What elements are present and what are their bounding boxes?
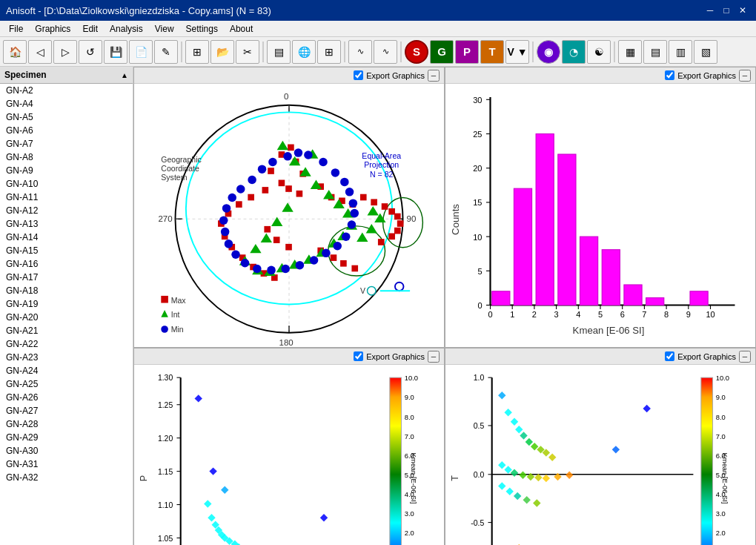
sidebar-item[interactable]: GN-A2 bbox=[0, 84, 133, 97]
svg-rect-22 bbox=[262, 187, 269, 194]
sidebar-item[interactable]: GN-A9 bbox=[0, 164, 133, 177]
menu-view[interactable]: View bbox=[149, 22, 180, 36]
sidebar-item[interactable]: GN-A19 bbox=[0, 297, 133, 311]
saveas-button[interactable]: 📄 bbox=[129, 40, 153, 64]
svg-rect-50 bbox=[331, 254, 337, 261]
forward-button[interactable]: ▷ bbox=[53, 40, 77, 64]
menu-edit[interactable]: Edit bbox=[76, 22, 104, 36]
scatter1-header: Export Graphics ─ bbox=[134, 349, 444, 365]
maximize-button[interactable]: □ bbox=[719, 3, 734, 18]
cut-button[interactable]: ✂ bbox=[236, 40, 259, 64]
G-button[interactable]: G bbox=[430, 40, 454, 64]
sidebar-item[interactable]: GN-A31 bbox=[0, 458, 133, 471]
scatter1-export-checkbox[interactable] bbox=[354, 351, 363, 361]
wave1-button[interactable]: ∿ bbox=[348, 40, 372, 64]
sidebar-item[interactable]: GN-A21 bbox=[0, 324, 133, 337]
svg-point-103 bbox=[248, 176, 256, 185]
grid-button[interactable]: ⊞ bbox=[317, 40, 341, 64]
toolbar-separator-2 bbox=[262, 42, 264, 62]
open-button[interactable]: 📂 bbox=[210, 40, 234, 64]
menu-file[interactable]: File bbox=[3, 22, 29, 36]
sidebar-item[interactable]: GN-A30 bbox=[0, 444, 133, 458]
svg-point-83 bbox=[345, 188, 354, 196]
svg-text:2.0: 2.0 bbox=[405, 529, 414, 537]
teal-button[interactable]: ◔ bbox=[562, 40, 586, 64]
V-button[interactable]: V ▼ bbox=[505, 40, 529, 64]
sidebar-item[interactable]: GN-A15 bbox=[0, 244, 133, 257]
sidebar-item[interactable]: GN-A28 bbox=[0, 417, 133, 431]
sidebar-item[interactable]: GN-A22 bbox=[0, 337, 133, 351]
bars3-button[interactable]: ▥ bbox=[669, 40, 692, 64]
svg-point-82 bbox=[340, 178, 349, 187]
window-title: Anisoft - [D:\Data\Ziolkowski\gniezdzisk… bbox=[6, 5, 703, 16]
sidebar-item[interactable]: GN-A11 bbox=[0, 191, 133, 204]
sidebar-item[interactable]: GN-A14 bbox=[0, 231, 133, 244]
histogram-minimize-button[interactable]: ─ bbox=[739, 70, 751, 82]
sidebar-item[interactable]: GN-A25 bbox=[0, 377, 133, 391]
sidebar-item[interactable]: GN-A20 bbox=[0, 311, 133, 324]
sidebar-item[interactable]: GN-A12 bbox=[0, 204, 133, 217]
svg-marker-316 bbox=[523, 496, 531, 503]
wave2-button[interactable]: ∿ bbox=[374, 40, 397, 64]
yinyang-button[interactable]: ☯ bbox=[587, 40, 611, 64]
svg-point-100 bbox=[222, 204, 231, 213]
sidebar-item[interactable]: GN-A7 bbox=[0, 137, 133, 151]
menu-about[interactable]: About bbox=[224, 22, 259, 36]
bars2-button[interactable]: ▤ bbox=[643, 40, 667, 64]
histogram-export-label: Export Graphics bbox=[677, 71, 736, 80]
bars4-button[interactable]: ▧ bbox=[694, 40, 717, 64]
calc-button[interactable]: ▤ bbox=[267, 40, 291, 64]
menu-graphics[interactable]: Graphics bbox=[29, 22, 76, 36]
back-button[interactable]: ◁ bbox=[28, 40, 52, 64]
sidebar-item[interactable]: GN-A24 bbox=[0, 364, 133, 377]
sidebar-item[interactable]: GN-A29 bbox=[0, 431, 133, 444]
sidebar-item[interactable]: GN-A10 bbox=[0, 177, 133, 191]
scatter2-export-checkbox[interactable] bbox=[665, 351, 674, 361]
histogram-export-checkbox[interactable] bbox=[665, 70, 674, 80]
sidebar-item[interactable]: GN-A23 bbox=[0, 351, 133, 364]
window-controls: ─ □ ✕ bbox=[703, 3, 750, 18]
S-button[interactable]: S bbox=[405, 40, 428, 64]
svg-point-85 bbox=[351, 209, 359, 218]
svg-marker-298 bbox=[520, 432, 527, 439]
sidebar-item[interactable]: GN-A17 bbox=[0, 271, 133, 284]
menu-analysis[interactable]: Analysis bbox=[104, 22, 149, 36]
minimize-button[interactable]: ─ bbox=[703, 3, 717, 18]
scatter2-svg: T P 1.0 0.5 0.0 -0.5 -1.0 1.00 1.05 1.10… bbox=[445, 365, 755, 545]
svg-marker-312 bbox=[566, 472, 573, 479]
sidebar-item[interactable]: GN-A26 bbox=[0, 391, 133, 404]
main-area: Specimen ▲ GN-A2GN-A4GN-A5GN-A6GN-A7GN-A… bbox=[0, 67, 756, 545]
home-button[interactable]: 🏠 bbox=[3, 40, 27, 64]
sidebar-item[interactable]: GN-A6 bbox=[0, 124, 133, 137]
stereonet-minimize-button[interactable]: ─ bbox=[428, 70, 440, 82]
edit-button[interactable]: ✎ bbox=[154, 40, 178, 64]
sidebar-item[interactable]: GN-A27 bbox=[0, 404, 133, 417]
svg-text:20: 20 bbox=[473, 164, 482, 173]
sidebar-item[interactable]: GN-A16 bbox=[0, 257, 133, 271]
stereonet-export-checkbox[interactable] bbox=[354, 70, 363, 80]
refresh-button[interactable]: ↺ bbox=[79, 40, 102, 64]
save-button[interactable]: 💾 bbox=[104, 40, 127, 64]
svg-text:30: 30 bbox=[473, 96, 482, 105]
globe-button[interactable]: 🌐 bbox=[292, 40, 316, 64]
sidebar-item[interactable]: GN-A5 bbox=[0, 110, 133, 124]
svg-text:0.5: 0.5 bbox=[474, 422, 485, 430]
P-button[interactable]: P bbox=[455, 40, 479, 64]
scatter2-minimize-button[interactable]: ─ bbox=[739, 351, 751, 363]
titlebar: Anisoft - [D:\Data\Ziolkowski\gniezdzisk… bbox=[0, 0, 756, 21]
close-button[interactable]: ✕ bbox=[735, 3, 750, 18]
sidebar-item[interactable]: GN-A18 bbox=[0, 284, 133, 297]
purple-button[interactable]: ◉ bbox=[537, 40, 560, 64]
bars1-button[interactable]: ▦ bbox=[618, 40, 642, 64]
sidebar-item[interactable]: GN-A13 bbox=[0, 217, 133, 231]
T-button[interactable]: T bbox=[480, 40, 504, 64]
table-button[interactable]: ⊞ bbox=[185, 40, 209, 64]
menu-settings[interactable]: Settings bbox=[180, 22, 224, 36]
sidebar-scroll-up[interactable]: ▲ bbox=[121, 71, 128, 79]
svg-text:P: P bbox=[139, 475, 149, 481]
scatter1-minimize-button[interactable]: ─ bbox=[428, 351, 440, 363]
specimen-list: GN-A2GN-A4GN-A5GN-A6GN-A7GN-A8GN-A9GN-A1… bbox=[0, 84, 133, 545]
sidebar-item[interactable]: GN-A8 bbox=[0, 151, 133, 164]
sidebar-item[interactable]: GN-A4 bbox=[0, 97, 133, 110]
sidebar-item[interactable]: GN-A32 bbox=[0, 471, 133, 484]
